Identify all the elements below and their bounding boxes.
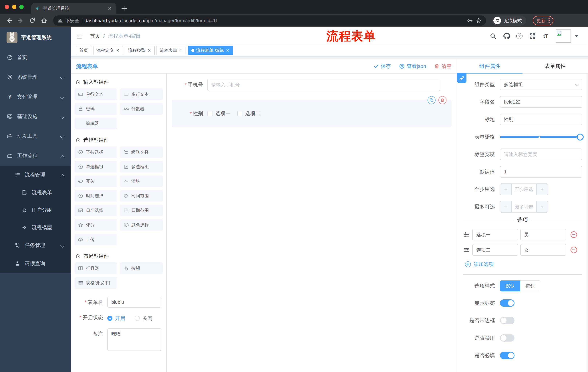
window-zoom-button[interactable] bbox=[19, 5, 24, 9]
sidebar-collapse-icon[interactable] bbox=[76, 32, 83, 40]
component-item-button[interactable]: 按钮 bbox=[120, 262, 163, 274]
breadcrumb-home[interactable]: 首页 bbox=[90, 32, 100, 40]
tag-process-form-edit[interactable]: 流程表单-编辑 bbox=[188, 46, 233, 55]
component-type-select[interactable]: 多选框组 bbox=[500, 79, 582, 90]
tag-process-form[interactable]: 流程表单 bbox=[157, 46, 186, 55]
form-canvas[interactable]: *手机号 *性别 选项一 bbox=[167, 74, 457, 372]
component-item-textarea[interactable]: 多行文本 bbox=[120, 88, 163, 100]
component-item-radio-group[interactable]: 单选框组 bbox=[74, 161, 117, 172]
browser-tab[interactable]: 芋道管理系统 bbox=[31, 3, 116, 14]
sidebar-item-task-mgmt[interactable]: 任务管理 bbox=[0, 236, 71, 255]
component-item-single-text[interactable]: 单行文本 bbox=[74, 88, 117, 100]
sidebar-item-payment[interactable]: ¥ 支付管理 bbox=[0, 87, 71, 107]
component-item-select[interactable]: 下拉选择 bbox=[74, 146, 117, 158]
status-closed-radio[interactable]: 关闭 bbox=[135, 315, 152, 322]
github-icon[interactable] bbox=[503, 32, 510, 40]
save-button[interactable]: 保存 bbox=[374, 63, 391, 70]
canvas-field-gender-selected[interactable]: *性别 选项一 选项二 bbox=[172, 100, 452, 128]
tag-home[interactable]: 首页 bbox=[76, 46, 91, 55]
gender-option-2-checkbox[interactable]: 选项二 bbox=[237, 110, 261, 117]
update-button[interactable]: 更新 bbox=[533, 16, 553, 25]
back-icon[interactable] bbox=[4, 16, 14, 25]
component-item-editor[interactable]: 编辑器 bbox=[74, 117, 117, 129]
security-label[interactable]: 不安全 bbox=[65, 18, 79, 24]
window-close-button[interactable] bbox=[5, 5, 9, 9]
close-icon[interactable] bbox=[179, 48, 183, 53]
home-icon[interactable] bbox=[39, 16, 49, 25]
component-item-cascader[interactable]: 级联选择 bbox=[120, 146, 163, 158]
tag-process-model[interactable]: 流程模型 bbox=[125, 46, 155, 55]
remove-option-icon[interactable] bbox=[570, 247, 577, 253]
increase-button[interactable]: + bbox=[537, 201, 548, 212]
component-item-date[interactable]: 日期选择 bbox=[74, 205, 117, 216]
font-size-icon[interactable]: tT bbox=[542, 32, 549, 40]
component-item-time-range[interactable]: 时间范围 bbox=[120, 190, 163, 202]
decrease-button[interactable]: − bbox=[500, 184, 511, 195]
component-item-table[interactable]: 表格[开发中] bbox=[74, 277, 117, 289]
remove-option-icon[interactable] bbox=[570, 231, 577, 238]
help-icon[interactable]: ? bbox=[516, 33, 523, 39]
tag-process-definition[interactable]: 流程定义 bbox=[93, 46, 123, 55]
tab-close-icon[interactable] bbox=[107, 5, 113, 11]
reload-icon[interactable] bbox=[28, 16, 37, 25]
status-open-radio[interactable]: 开启 bbox=[107, 315, 125, 322]
sidebar-item-process-mgmt[interactable]: 流程管理 bbox=[0, 166, 71, 184]
tab-form-props[interactable]: 表单属性 bbox=[523, 59, 588, 73]
close-icon[interactable] bbox=[116, 48, 120, 53]
component-item-time[interactable]: 时间选择 bbox=[74, 190, 117, 202]
increase-button[interactable]: + bbox=[537, 184, 548, 195]
close-icon[interactable] bbox=[147, 48, 151, 53]
option-2-value-input[interactable] bbox=[520, 244, 566, 256]
component-item-row-container[interactable]: 行容器 bbox=[74, 262, 117, 274]
drag-handle-icon[interactable] bbox=[463, 246, 470, 254]
clear-button[interactable]: 清空 bbox=[434, 63, 452, 70]
border-switch[interactable] bbox=[500, 317, 514, 324]
url-text[interactable]: dashboard.yudao.iocoder.cn/bpm/manager/f… bbox=[84, 18, 464, 23]
new-tab-button[interactable] bbox=[119, 4, 129, 13]
sidebar-item-process-model[interactable]: 流程模型 bbox=[0, 219, 71, 236]
fullscreen-icon[interactable] bbox=[529, 32, 536, 40]
decrease-button[interactable]: − bbox=[500, 201, 511, 212]
component-item-upload[interactable]: 上传 bbox=[74, 234, 117, 245]
delete-component-button[interactable] bbox=[439, 96, 446, 104]
label-width-input[interactable] bbox=[500, 149, 582, 160]
option-1-value-input[interactable] bbox=[520, 229, 566, 240]
avatar[interactable] bbox=[556, 30, 571, 43]
add-option-button[interactable]: 添加选项 bbox=[465, 261, 582, 268]
sidebar-item-leave-query[interactable]: 请假查询 bbox=[0, 255, 71, 273]
drag-handle-icon[interactable] bbox=[463, 231, 470, 238]
show-label-switch[interactable] bbox=[500, 299, 514, 307]
sidebar-item-system[interactable]: 系统管理 bbox=[0, 67, 71, 87]
tab-component-props[interactable]: 组件属性 bbox=[457, 59, 523, 73]
address-bar[interactable]: 不安全 dashboard.yudao.iocoder.cn/bpm/manag… bbox=[53, 15, 486, 26]
window-minimize-button[interactable] bbox=[12, 5, 16, 9]
component-item-date-range[interactable]: 日期范围 bbox=[120, 205, 163, 216]
option-2-label-input[interactable] bbox=[472, 244, 518, 256]
option-1-label-input[interactable] bbox=[472, 229, 518, 240]
style-button-button[interactable]: 按钮 bbox=[520, 280, 540, 291]
title-input[interactable] bbox=[500, 114, 582, 125]
field-name-input[interactable] bbox=[500, 96, 582, 108]
search-icon[interactable] bbox=[489, 32, 497, 40]
close-icon[interactable] bbox=[226, 48, 230, 53]
copy-component-button[interactable] bbox=[428, 96, 436, 104]
remark-textarea[interactable]: 嘿嘿 bbox=[107, 328, 161, 351]
max-select-input[interactable] bbox=[511, 201, 537, 212]
disabled-switch[interactable] bbox=[500, 334, 514, 342]
sidebar-item-user-group[interactable]: 用户分组 bbox=[0, 201, 71, 219]
component-item-switch[interactable]: 开关 bbox=[74, 175, 117, 187]
menu-dots-icon[interactable] bbox=[548, 18, 550, 23]
style-default-button[interactable]: 默认 bbox=[500, 280, 520, 291]
component-item-rate[interactable]: 评分 bbox=[74, 219, 117, 231]
component-item-password[interactable]: 密码 bbox=[74, 103, 117, 115]
min-select-input[interactable] bbox=[511, 184, 537, 195]
component-item-checkbox-group[interactable]: 多选框组 bbox=[120, 161, 163, 172]
slider-handle[interactable] bbox=[577, 134, 584, 140]
form-name-input[interactable] bbox=[107, 297, 161, 308]
sidebar-item-devtools[interactable]: 研发工具 bbox=[0, 126, 71, 146]
grid-slider[interactable] bbox=[500, 131, 582, 143]
sidebar-item-process-form[interactable]: 流程表单 bbox=[0, 184, 71, 201]
bookmark-star-icon[interactable] bbox=[476, 18, 482, 24]
component-item-color-picker[interactable]: 颜色选择 bbox=[120, 219, 163, 231]
component-item-counter[interactable]: 123 计数器 bbox=[120, 103, 163, 115]
